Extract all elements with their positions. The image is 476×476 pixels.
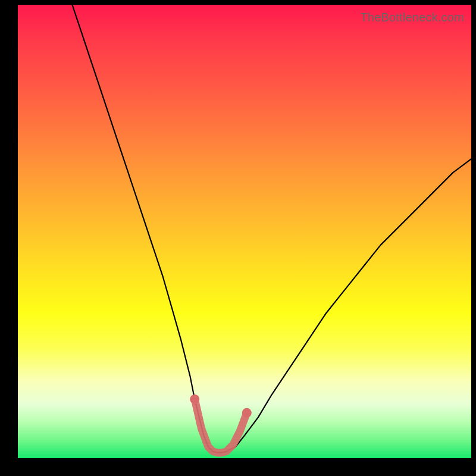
bottleneck-curve <box>72 5 471 453</box>
chart-frame: TheBottleneck.com <box>0 0 476 476</box>
marker-end-dot <box>242 408 252 418</box>
plot-area: TheBottleneck.com <box>18 5 471 458</box>
optimal-range-marker <box>195 399 247 453</box>
watermark-text: TheBottleneck.com <box>360 11 464 24</box>
optimal-range-dots <box>190 394 252 418</box>
chart-overlay <box>18 5 471 458</box>
marker-end-dot <box>190 394 199 404</box>
